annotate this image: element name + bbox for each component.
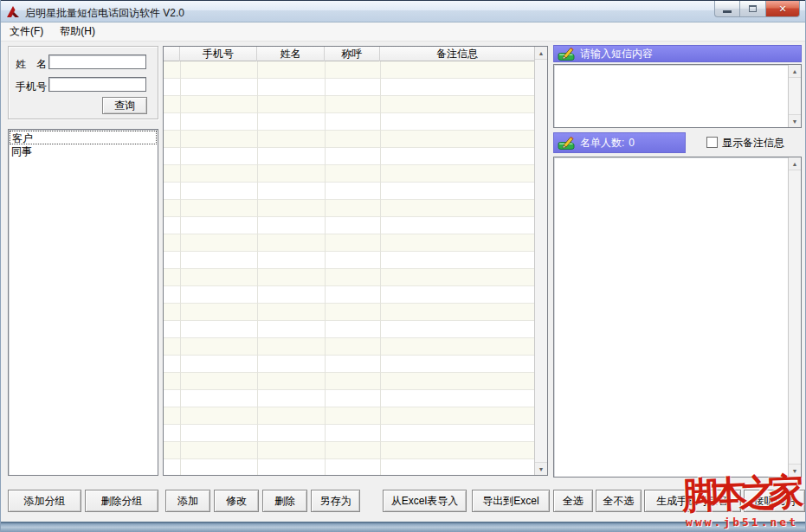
window-title: 启明星批量短信电话回访软件 V2.0: [25, 6, 184, 21]
column-name[interactable]: 姓名: [257, 47, 325, 61]
window-controls: ✕: [714, 1, 800, 17]
maximize-button[interactable]: [740, 1, 765, 17]
recipient-count-bar: 名单人数: 0: [553, 132, 686, 153]
search-panel: 姓 名 手机号 查询: [8, 46, 158, 119]
phone-input[interactable]: [48, 77, 146, 92]
group-item-colleague[interactable]: 同事: [10, 144, 157, 158]
column-remarks[interactable]: 备注信息: [380, 47, 534, 61]
delete-button[interactable]: 删除: [262, 490, 307, 512]
group-listbox[interactable]: 客户 同事: [8, 129, 158, 476]
table-body[interactable]: [164, 61, 534, 475]
window-bottom-frame: [1, 522, 806, 532]
close-icon: ✕: [778, 3, 786, 15]
phone-label: 手机号: [16, 80, 47, 94]
sms-header-label: 请输入短信内容: [580, 47, 653, 61]
column-title[interactable]: 称呼: [325, 47, 380, 61]
close-button[interactable]: ✕: [765, 1, 800, 17]
recipient-scrollbar[interactable]: ▲ ▼: [788, 157, 801, 477]
client-area: 姓 名 手机号 查询 客户 同事 手机号 姓名 称呼 备注信息: [1, 42, 806, 522]
sms-scrollbar[interactable]: ▲ ▼: [788, 65, 801, 127]
scroll-down-icon[interactable]: ▼: [535, 462, 547, 475]
recipient-listbox[interactable]: ▲ ▼: [553, 157, 802, 478]
maximize-icon: [749, 5, 757, 12]
recipient-count-label: 名单人数:: [580, 136, 624, 151]
scroll-down-icon[interactable]: ▼: [789, 114, 801, 127]
group-item-customer[interactable]: 客户: [10, 131, 157, 144]
column-divider: [325, 61, 326, 475]
notepad-pencil-icon: [558, 136, 575, 151]
save-as-button[interactable]: 另存为: [311, 490, 360, 512]
scroll-down-icon[interactable]: ▼: [789, 464, 801, 477]
column-divider: [380, 61, 381, 475]
scroll-up-icon[interactable]: ▲: [789, 65, 801, 78]
show-remarks-label: 显示备注信息: [722, 136, 784, 151]
recipient-count-value: 0: [629, 137, 635, 149]
sms-header-bar: 请输入短信内容: [553, 45, 802, 62]
table-scrollbar[interactable]: ▲ ▼: [534, 47, 547, 475]
column-divider: [257, 61, 258, 475]
column-divider: [180, 61, 181, 475]
name-label: 姓 名: [16, 57, 47, 72]
import-excel-button[interactable]: 从Excel表导入: [383, 490, 467, 512]
title-bar: 启明星批量短信电话回访软件 V2.0 ✕: [1, 0, 806, 22]
menu-file[interactable]: 文件(F): [2, 22, 51, 41]
contacts-table: 手机号 姓名 称呼 备注信息 ▲ ▼: [163, 46, 548, 476]
show-remarks-checkbox[interactable]: [706, 137, 718, 148]
delete-group-button[interactable]: 删除分组: [85, 490, 158, 512]
menu-bar: 文件(F) 帮助(H): [1, 22, 806, 42]
select-all-button[interactable]: 全选: [553, 490, 593, 512]
sms-content-box[interactable]: ▲ ▼: [553, 64, 802, 128]
menu-help[interactable]: 帮助(H): [52, 22, 103, 41]
table-header: 手机号 姓名 称呼 备注信息: [164, 47, 534, 61]
query-button[interactable]: 查询: [102, 97, 147, 114]
column-phone[interactable]: 手机号: [180, 47, 257, 61]
select-none-button[interactable]: 全不选: [596, 490, 642, 512]
name-input[interactable]: [48, 54, 146, 69]
scroll-up-icon[interactable]: ▲: [789, 157, 801, 170]
export-excel-button[interactable]: 导出到Excel: [472, 490, 550, 512]
add-group-button[interactable]: 添加分组: [8, 490, 81, 512]
minimize-button[interactable]: [714, 1, 740, 17]
column-select[interactable]: [164, 47, 180, 61]
modify-button[interactable]: 修改: [214, 490, 259, 512]
notepad-pencil-icon: [558, 47, 575, 61]
app-window: 启明星批量短信电话回访软件 V2.0 ✕ 文件(F) 帮助(H) 姓 名 手机号…: [0, 0, 806, 532]
generate-recording-button[interactable]: 生成手机号录音: [644, 490, 741, 512]
answer-help-button[interactable]: 接听说明: [744, 490, 805, 512]
minimize-icon: [723, 10, 732, 13]
scroll-up-icon[interactable]: ▲: [535, 47, 547, 60]
app-logo-icon: [6, 5, 20, 19]
add-button[interactable]: 添加: [165, 490, 210, 512]
